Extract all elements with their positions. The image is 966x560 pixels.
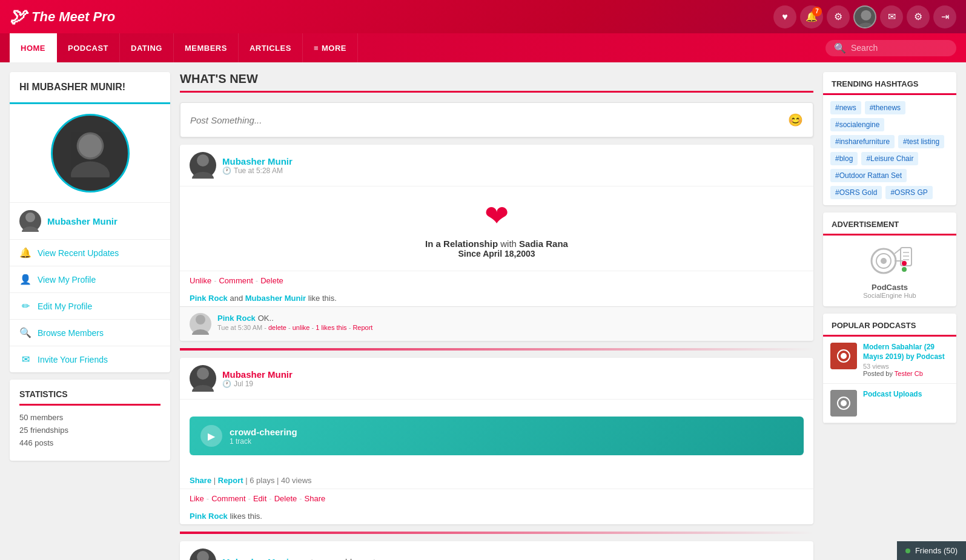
settings-nav-button[interactable]: ⚙: [907, 5, 930, 28]
post3-author[interactable]: Mubasher Munir: [222, 557, 293, 561]
post3-author-info: Mubasher Munir wrote a new blog entry:: [222, 557, 385, 561]
svg-point-4: [78, 134, 101, 157]
delete-button-2[interactable]: Delete: [274, 494, 297, 503]
nav-view-recent-updates[interactable]: 🔔 View Recent Updates: [10, 240, 170, 266]
liker-pink-rock[interactable]: Pink Rock: [190, 512, 228, 521]
post2-author[interactable]: Mubasher Munir: [222, 369, 293, 380]
hashtag-osrsgp[interactable]: #OSRS GP: [885, 186, 932, 199]
comment-author[interactable]: Pink Rock: [217, 314, 256, 323]
podcast-item-1: Modern Sabahlar (29 Mayıs 2019) by Podca…: [823, 337, 956, 384]
liker2-link[interactable]: Mubasher Munir: [245, 294, 306, 303]
poster-link-1[interactable]: Tester Cb: [895, 370, 923, 377]
popular-podcasts-card: POPULAR PODCASTS Modern Sabahlar (29 May…: [823, 314, 956, 423]
top-navbar: 🕊 The Meet Pro ♥ 🔔 7 ⚙ ✉ ⚙ ⇥: [0, 0, 966, 33]
report-link[interactable]: Report: [218, 476, 243, 485]
search-input[interactable]: [851, 43, 948, 53]
whats-new-title: WHAT'S NEW: [180, 72, 813, 93]
comment-delete-link[interactable]: delete: [268, 324, 286, 331]
sidebar-username[interactable]: Mubasher Munir: [47, 216, 117, 226]
logout-nav-button[interactable]: ⇥: [933, 5, 956, 28]
heart-icon-large: ❤: [192, 199, 801, 232]
hashtag-list: #news #thenews #socialengine #insharefur…: [823, 95, 956, 205]
nav-menu: HOME PODCAST DATING MEMBERS ARTICLES ≡ M…: [10, 33, 825, 62]
heart-nav-button[interactable]: ♥: [773, 5, 796, 28]
play-button[interactable]: ▶: [200, 425, 222, 447]
people-nav-button[interactable]: ⚙: [827, 5, 850, 28]
comment-unlike-link[interactable]: unlike: [293, 324, 310, 331]
relationship-date: Since April 18,2003: [192, 249, 801, 259]
sidebar-avatar[interactable]: [51, 114, 130, 193]
notification-badge: 7: [812, 7, 822, 16]
post-composer: 😊: [180, 102, 813, 137]
nav-articles[interactable]: ARTICLES: [239, 33, 303, 62]
nav-podcast[interactable]: PODCAST: [57, 33, 120, 62]
nav-view-my-profile[interactable]: 👤 View My Profile: [10, 266, 170, 293]
site-logo[interactable]: 🕊 The Meet Pro: [10, 7, 115, 27]
statistics-title: STATISTICS: [19, 389, 160, 406]
hashtag-testlisting[interactable]: #test listing: [898, 135, 944, 148]
delete-button[interactable]: Delete: [260, 276, 283, 285]
comment-likes-link[interactable]: 1 likes this: [316, 324, 346, 331]
mail-nav-button[interactable]: ✉: [880, 5, 903, 28]
svg-point-9: [196, 315, 205, 324]
user-avatar-button[interactable]: [853, 5, 876, 28]
post1-comments: Pink Rock OK.. Tue at 5:30 AM - delete -…: [180, 306, 813, 341]
edit-button-2[interactable]: Edit: [253, 494, 266, 503]
svg-point-1: [857, 22, 875, 28]
podcast-title[interactable]: crowd-cheering: [230, 427, 297, 437]
svg-line-18: [895, 249, 901, 254]
post1-header: Mubasher Munir 🕐 Tue at 5:28 AM: [180, 145, 813, 186]
post2-body: ▶ crowd-cheering 1 track: [180, 400, 813, 472]
hashtag-insharefurniture[interactable]: #insharefurniture: [830, 135, 895, 148]
posts-stat: 446 posts: [19, 438, 160, 447]
hashtag-thenews[interactable]: #thenews: [865, 101, 905, 114]
podcast-title-1[interactable]: Modern Sabahlar (29 Mayıs 2019) by Podca…: [863, 343, 949, 361]
bell-nav-button[interactable]: 🔔 7: [800, 5, 823, 28]
hashtag-socialengine[interactable]: #socialengine: [830, 118, 884, 131]
nav-edit-my-profile[interactable]: ✏ Edit My Profile: [10, 293, 170, 320]
hashtag-osrsgold[interactable]: #OSRS Gold: [830, 186, 882, 199]
comment-button-2[interactable]: Comment: [211, 494, 245, 503]
comment-meta: Tue at 5:30 AM - delete - unlike - 1 lik…: [217, 324, 804, 331]
comment-report-link[interactable]: Report: [352, 324, 372, 331]
hashtag-outdoorrattan[interactable]: #Outdoor Rattan Set: [830, 169, 907, 182]
podcast-title-2[interactable]: Podcast Uploads: [863, 390, 949, 400]
ad-title: ADVERTISEMENT: [823, 212, 956, 236]
nav-members[interactable]: MEMBERS: [174, 33, 239, 62]
friends-online-bar[interactable]: Friends (50): [897, 541, 966, 560]
svg-point-13: [197, 551, 209, 560]
like-button-2[interactable]: Like: [190, 494, 204, 503]
emoji-button[interactable]: 😊: [788, 113, 803, 127]
main-content: WHAT'S NEW 😊 Mubasher Munir 🕐 T: [180, 72, 813, 560]
post1-author[interactable]: Mubasher Munir: [222, 156, 293, 166]
comment-text: OK..: [258, 314, 274, 323]
podcast-thumb-2: [830, 390, 857, 417]
hashtag-leisurechair[interactable]: #Leisure Chair: [861, 152, 918, 165]
ad-label: PodCasts: [830, 283, 949, 292]
nav-more[interactable]: ≡ MORE: [303, 33, 358, 62]
podcast-player: ▶ crowd-cheering 1 track: [190, 417, 804, 455]
main-layout: HI MUBASHER MUNIR!: [0, 62, 966, 560]
svg-point-8: [192, 172, 214, 179]
podcast-poster-1: Posted by Tester Cb: [863, 370, 949, 377]
liker1-link[interactable]: Pink Rock: [190, 294, 228, 303]
share-button-2[interactable]: Share: [305, 494, 326, 503]
unlike-button[interactable]: Unlike: [190, 276, 211, 285]
share-link[interactable]: Share: [190, 476, 211, 485]
site-name: The Meet Pro: [31, 9, 115, 25]
post2-stats: Share | Report | 6 plays | 40 views: [180, 472, 813, 489]
hashtag-blog[interactable]: #blog: [830, 152, 858, 165]
hashtag-news[interactable]: #news: [830, 101, 861, 114]
nav-browse-members[interactable]: 🔍 Browse Members: [10, 320, 170, 346]
svg-point-3: [71, 162, 110, 177]
post2-likes: Pink Rock likes this.: [180, 508, 813, 524]
podcast-views-1: 53 views: [863, 363, 949, 370]
post-podcast: Mubasher Munir 🕐 Jul 19 ▶ crowd-cheering…: [180, 358, 813, 524]
post-input[interactable]: [190, 115, 783, 125]
nav-invite-friends[interactable]: ✉ Invite Your Friends: [10, 346, 170, 372]
post2-time: 🕐 Jul 19: [222, 380, 293, 388]
post1-likes: Pink Rock and Mubasher Munir like this.: [180, 290, 813, 306]
comment-button[interactable]: Comment: [219, 276, 253, 285]
nav-home[interactable]: HOME: [10, 33, 57, 62]
nav-dating[interactable]: DATING: [120, 33, 174, 62]
